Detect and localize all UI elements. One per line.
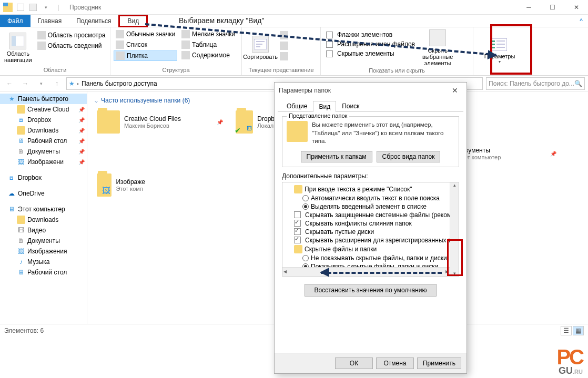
sidebar-item-desktop[interactable]: 🖥Рабочий стол📌 <box>0 136 87 146</box>
checkbox-icon <box>326 50 333 57</box>
dropbox-icon: ⧈ <box>7 173 16 182</box>
folder-icon: 🖼 <box>97 173 111 197</box>
opt-hide-conflicts[interactable]: Скрывать конфликты слияния папок <box>283 219 458 228</box>
folder-card[interactable]: 🖼 ИзображеЭтот комп <box>95 171 147 199</box>
sidebar-item-thispc[interactable]: 🖥Этот компьютер <box>0 204 87 214</box>
layout-normal[interactable]: Обычные значки <box>114 29 177 39</box>
checkbox-icon <box>294 220 301 227</box>
scroll-right-icon[interactable]: ▸ <box>445 268 449 276</box>
opt-auto-search[interactable]: Автоматически вводить текст в поле поиск… <box>283 194 458 202</box>
recent-button[interactable]: ▾ <box>35 77 47 90</box>
cancel-button[interactable]: Отмена <box>376 357 414 369</box>
hide-selected-button[interactable]: Скрыть выбранные элементы <box>419 28 456 67</box>
sidebar-item-pc-downloads[interactable]: Downloads <box>0 214 87 225</box>
sidebar-item-pc-music[interactable]: ♪Музыка <box>0 257 87 267</box>
folder-icon <box>17 105 25 114</box>
file-extensions-toggle[interactable]: Расширения имен файлов <box>324 40 417 48</box>
ribbon-collapse-icon[interactable]: ^ <box>574 15 588 27</box>
tiles-view-icon[interactable]: ▦ <box>573 326 584 335</box>
folder-icon <box>294 245 302 253</box>
opt-no-show-hidden[interactable]: Не показывать скрытые файлы, папки и дис… <box>283 254 458 262</box>
layout-small[interactable]: Мелкие значки <box>179 29 237 39</box>
pin-icon: 📌 <box>78 149 85 155</box>
qat-properties-icon[interactable] <box>15 2 26 13</box>
size-columns-button[interactable] <box>278 52 290 61</box>
breadcrumb[interactable]: Панель быстрого доступа <box>82 80 157 87</box>
sidebar-item-dropbox[interactable]: ⧈Dropbox📌 <box>0 115 87 125</box>
reset-folders-button[interactable]: Сброс вида папок <box>377 151 441 162</box>
folder-icon <box>97 110 120 134</box>
pin-icon: 📌 <box>78 128 85 134</box>
scrollbar[interactable]: ▴ ▾ <box>450 182 459 276</box>
qat-new-icon[interactable] <box>27 2 39 13</box>
dialog-tab-view[interactable]: Вид <box>313 101 336 112</box>
options-button[interactable]: Параметры ▾ <box>480 28 520 74</box>
opt-hide-protected[interactable]: Скрывать защищенные системные файлы (рек… <box>283 211 458 219</box>
add-columns-button[interactable] <box>278 41 290 50</box>
maximize-button[interactable]: ☐ <box>541 0 564 15</box>
search-input[interactable]: Поиск: Панель быстрого до... 🔍 <box>486 77 585 90</box>
folder-icon: ✔⧈ <box>236 110 253 134</box>
forward-button[interactable]: → <box>19 77 32 90</box>
advanced-options-list[interactable]: При вводе текста в режиме "Список" Автом… <box>282 182 459 277</box>
layout-content[interactable]: Содержимое <box>179 50 237 60</box>
opt-hide-ext[interactable]: Скрывать расширения для зарегистрированн… <box>283 236 458 244</box>
preview-pane-button[interactable]: Область просмотра <box>35 30 108 40</box>
opt-select-item[interactable]: Выделять введенный элемент в списке <box>283 202 458 211</box>
up-button[interactable]: ↑ <box>50 77 63 90</box>
group-by-button[interactable] <box>278 30 290 40</box>
sidebar-item-documents[interactable]: 🗎Документы📌 <box>0 146 87 157</box>
hidden-items-toggle[interactable]: Скрытые элементы <box>324 49 417 58</box>
sidebar-item-pc-images[interactable]: 🖼Изображения <box>0 246 87 257</box>
sidebar-item-quick[interactable]: ★Панель быстрого <box>0 94 87 104</box>
details-pane-button[interactable]: Область сведений <box>35 41 108 50</box>
sidebar-item-pc-desktop[interactable]: 🖥Рабочий стол <box>0 267 87 278</box>
dialog-titlebar[interactable]: Параметры папок ✕ <box>275 83 467 98</box>
dialog-close-button[interactable]: ✕ <box>448 84 462 97</box>
sidebar-item-images[interactable]: 🖼Изображени📌 <box>0 157 87 167</box>
checkbox-icon <box>326 32 333 38</box>
sidebar-item-downloads[interactable]: Downloads📌 <box>0 125 87 136</box>
back-button[interactable]: ← <box>3 77 16 90</box>
sort-button[interactable]: Сортировать <box>245 28 276 67</box>
tab-home[interactable]: Главная <box>31 15 69 27</box>
sidebar-item-onedrive[interactable]: ☁OneDrive <box>0 188 87 199</box>
opt-hide-empty[interactable]: Скрывать пустые диски <box>283 228 458 236</box>
tab-view[interactable]: Вид <box>118 15 148 27</box>
dialog-tab-search[interactable]: Поиск <box>336 100 365 111</box>
tab-share[interactable]: Поделиться <box>69 15 118 27</box>
pin-icon: 📌 <box>78 159 85 165</box>
radio-icon <box>302 203 309 210</box>
sidebar-item-dropbox-root[interactable]: ⧈Dropbox <box>0 172 87 183</box>
nav-pane-button[interactable]: Область навигации <box>3 28 33 67</box>
app-icon <box>2 2 14 13</box>
layout-table[interactable]: Таблица <box>179 40 237 49</box>
documents-icon: 🗎 <box>17 147 25 156</box>
titlebar: ▾ | Проводник ─ ☐ ✕ <box>0 0 588 15</box>
restore-defaults-button[interactable]: Восстановить значения по умолчанию <box>305 284 437 297</box>
sidebar-item-pc-documents[interactable]: 🗎Документы <box>0 236 87 246</box>
radio-icon <box>302 255 309 261</box>
group-showhide-label: Показать или скрыть <box>324 67 470 75</box>
dialog-tabs: Общие Вид Поиск <box>278 100 463 112</box>
dialog-tab-general[interactable]: Общие <box>281 100 313 111</box>
ok-button[interactable]: ОК <box>335 357 373 369</box>
details-view-icon[interactable]: ☰ <box>561 326 572 335</box>
minimize-button[interactable]: ─ <box>517 0 541 15</box>
item-checkboxes-toggle[interactable]: Флажки элементов <box>324 30 417 39</box>
folder-options-dialog: Параметры папок ✕ Общие Вид Поиск Предст… <box>274 82 467 374</box>
layout-list[interactable]: Список <box>114 40 177 49</box>
checkbox-icon <box>294 211 301 218</box>
svg-rect-11 <box>492 40 495 42</box>
close-button[interactable]: ✕ <box>564 0 588 15</box>
svg-rect-13 <box>492 47 495 48</box>
tab-file[interactable]: Файл <box>0 15 31 27</box>
sidebar-item-pc-video[interactable]: 🎞Видео <box>0 225 87 236</box>
apply-to-folders-button[interactable]: Применить к папкам <box>301 151 372 162</box>
qat-dropdown-icon[interactable]: ▾ <box>40 2 52 13</box>
scroll-left-icon[interactable]: ◂ <box>283 268 287 276</box>
folder-card[interactable]: Creative Cloud FilesМаксим Борисов 📌 <box>95 108 225 136</box>
layout-tile[interactable]: Плитка <box>114 50 177 61</box>
sidebar-item-creative[interactable]: Creative Cloud📌 <box>0 104 87 115</box>
apply-button[interactable]: Применить <box>417 357 461 369</box>
